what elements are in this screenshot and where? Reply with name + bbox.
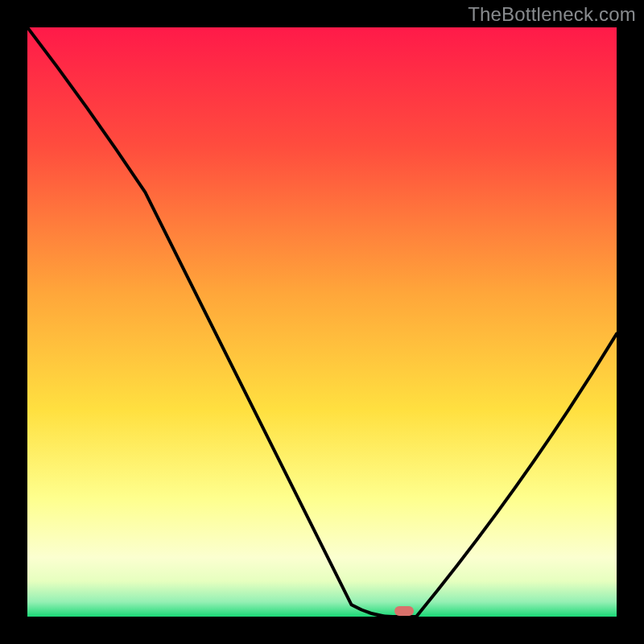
chart-frame: TheBottleneck.com	[0, 0, 644, 644]
optimal-marker	[394, 606, 414, 616]
plot-area	[27, 27, 617, 617]
bottleneck-curve	[27, 27, 617, 617]
attribution-text: TheBottleneck.com	[468, 3, 636, 26]
